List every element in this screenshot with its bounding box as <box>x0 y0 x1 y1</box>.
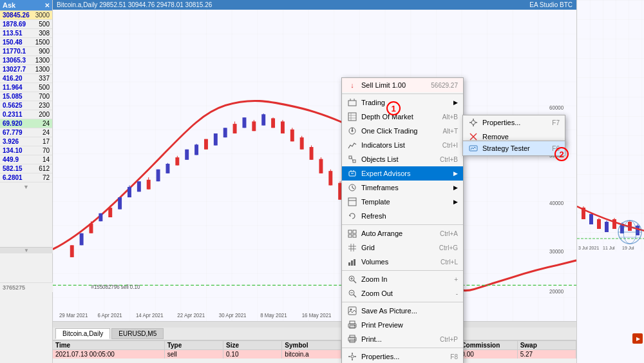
zoom-out-shortcut: - <box>456 290 458 297</box>
tabs-bar: Bitcoin.a,Daily EURUSD,M5 <box>53 328 576 340</box>
template-label: Template <box>361 198 450 206</box>
print-icon <box>347 334 357 344</box>
list-item: 69.92024 <box>0 119 52 128</box>
menu-item-print-preview[interactable]: Print Preview <box>342 318 463 332</box>
zoom-in-icon <box>347 274 357 284</box>
svg-line-144 <box>354 280 356 283</box>
svg-text:#155082796 sell 0.10: #155082796 sell 0.10 <box>91 284 140 291</box>
header-swap: Swap <box>518 341 576 349</box>
svg-rect-120 <box>349 156 352 159</box>
svg-point-155 <box>354 325 355 326</box>
svg-rect-130 <box>348 198 356 206</box>
grid-label: Grid <box>361 244 434 251</box>
objects-icon <box>347 154 357 164</box>
indicators-label: Indicators List <box>361 141 437 149</box>
chart-canvas[interactable]: 29 Mar 2021 6 Apr 2021 14 Apr 2021 22 Ap… <box>53 10 576 321</box>
orders-table: Time Type Size Symbol Price Price Commis… <box>53 340 576 363</box>
right-chart-svg: 3 Jul 2021 11 Jul 19 Jul <box>577 0 644 251</box>
one-click-label: One Click Trading <box>361 127 437 135</box>
menu-item-zoom-in[interactable]: Zoom In + <box>342 272 463 286</box>
bottom-price: 3765275 <box>3 284 50 291</box>
ea-props-icon <box>468 117 478 128</box>
menu-item-trading[interactable]: Trading ▶ <box>342 95 463 110</box>
objects-label: Objects List <box>361 155 435 163</box>
menu-item-indicators[interactable]: Indicators List Ctrl+I <box>342 138 463 152</box>
menu-item-objects[interactable]: Objects List Ctrl+B <box>342 152 463 166</box>
menu-item-save-picture[interactable]: Save As Picture... <box>342 304 463 318</box>
chart-title: Bitcoin.a,Daily 29852.51 30944.76 29478.… <box>53 0 576 10</box>
print-shortcut: Ctrl+P <box>440 336 458 343</box>
svg-rect-8 <box>99 213 102 221</box>
chart-horizontal-scrollbar[interactable] <box>53 321 576 328</box>
svg-text:16 May 2021: 16 May 2021 <box>302 311 332 319</box>
left-sidebar-scrollbar[interactable]: ▼ <box>0 247 53 253</box>
dom-label: Depth Of Market <box>361 113 437 121</box>
svg-text:11 Jul: 11 Jul <box>603 246 615 250</box>
one-click-shortcut: Alt+T <box>442 128 458 135</box>
play-button[interactable]: ▶ <box>632 333 643 344</box>
print-preview-label: Print Preview <box>361 321 458 329</box>
svg-rect-14 <box>128 187 131 197</box>
svg-rect-12 <box>118 197 122 210</box>
tab-bitcoin-daily[interactable]: Bitcoin.a,Daily <box>55 328 110 339</box>
svg-rect-26 <box>185 150 189 160</box>
menu-item-strategy-tester[interactable]: Strategy Tester F6 <box>463 141 565 155</box>
volumes-label: Volumes <box>361 258 435 266</box>
menu-item-template[interactable]: Template ▶ <box>342 195 463 209</box>
svg-rect-52 <box>310 147 314 160</box>
svg-rect-30 <box>204 139 208 150</box>
sidebar-row-top: 30845.26 3000 <box>0 11 52 20</box>
list-item: 134.1070 <box>0 146 52 155</box>
sell-limit-price: 56629.27 <box>431 82 458 89</box>
menu-item-one-click[interactable]: One Click Trading Alt+T <box>342 124 463 138</box>
menu-item-properties[interactable]: Properties... F8 <box>342 349 463 363</box>
volumes-shortcut: Ctrl+L <box>440 259 458 266</box>
svg-rect-134 <box>348 235 352 237</box>
chart-title-text: Bitcoin.a,Daily 29852.51 30944.76 29478.… <box>57 1 212 8</box>
svg-text:30 Apr 2021: 30 Apr 2021 <box>219 311 247 319</box>
badge-1-label: 1 <box>391 104 395 113</box>
order-symbol: bitcoin.a <box>282 350 341 358</box>
svg-rect-84 <box>577 0 644 251</box>
trading-icon <box>347 97 357 108</box>
one-click-icon <box>347 126 357 136</box>
dom-icon <box>347 112 357 122</box>
header-commission: Commission <box>459 341 517 349</box>
header-type: Type <box>165 341 223 349</box>
menu-item-volumes[interactable]: Volumes Ctrl+L <box>342 255 463 269</box>
template-icon <box>347 197 357 207</box>
menu-item-sell-limit[interactable]: ↓ Sell Limit 1.00 56629.27 <box>342 78 463 92</box>
svg-rect-88 <box>589 214 593 224</box>
menu-item-depth-of-market[interactable]: Depth Of Market Alt+B <box>342 110 463 124</box>
left-sidebar: Ask ✕ 30845.26 3000 1878.69500 113.51308… <box>0 0 53 363</box>
menu-item-auto-arrange[interactable]: Auto Arrange Ctrl+A <box>342 226 463 240</box>
list-item: 582.15612 <box>0 164 52 173</box>
header-size: Size <box>223 341 282 349</box>
menu-item-refresh[interactable]: Refresh <box>342 209 463 223</box>
menu-divider-2 <box>342 224 463 225</box>
svg-text:30000: 30000 <box>549 248 564 255</box>
menu-item-print[interactable]: Print... Ctrl+P <box>342 332 463 346</box>
menu-item-ea-properties[interactable]: Properties... F7 <box>463 115 565 130</box>
svg-rect-44 <box>271 118 275 128</box>
auto-arrange-label: Auto Arrange <box>361 230 435 237</box>
svg-rect-90 <box>597 219 601 229</box>
svg-rect-92 <box>605 222 609 232</box>
svg-point-165 <box>471 121 475 124</box>
svg-rect-56 <box>328 171 332 185</box>
menu-item-grid[interactable]: Grid Ctrl+G <box>342 240 463 255</box>
svg-rect-18 <box>147 180 151 190</box>
menu-item-zoom-out[interactable]: Zoom Out - <box>342 286 463 300</box>
chart-svg: 29 Mar 2021 6 Apr 2021 14 Apr 2021 22 Ap… <box>53 10 576 321</box>
top-volume: 3000 <box>35 12 50 19</box>
svg-rect-10 <box>108 208 112 217</box>
menu-divider-1 <box>342 93 463 94</box>
list-item: 15.085700 <box>0 92 52 101</box>
tab-eurusd-m5[interactable]: EURUSD,M5 <box>111 328 164 339</box>
sidebar-title: Ask <box>3 1 15 9</box>
menu-item-expert-advisors[interactable]: Expert Advisors ▶ <box>342 166 463 181</box>
menu-item-timeframes[interactable]: Timeframes ▶ <box>342 181 463 195</box>
menu-divider-3 <box>342 270 463 271</box>
sidebar-close-icon[interactable]: ✕ <box>44 2 50 9</box>
right-panel: 3 Jul 2021 11 Jul 19 Jul ▶ <box>576 0 644 363</box>
